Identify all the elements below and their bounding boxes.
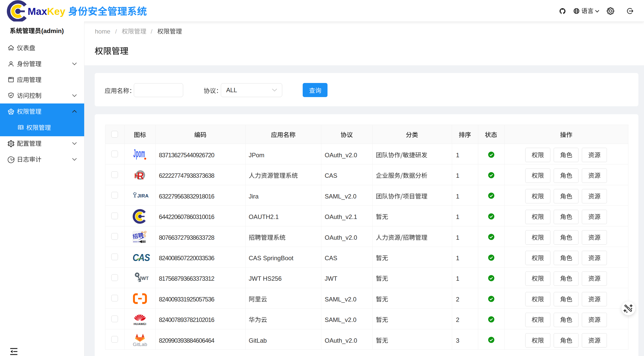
svg-text:JWT HS256: JWT HS256 [249, 275, 282, 282]
svg-text:824007893782102016: 824007893782102016 [159, 316, 214, 323]
svg-text:837136275440926720: 837136275440926720 [159, 152, 214, 159]
svg-text:CAS SpringBoot: CAS SpringBoot [249, 255, 293, 261]
svg-text:GitLab: GitLab [249, 337, 267, 344]
svg-text:1: 1 [456, 193, 459, 200]
svg-text:OAuth_v2.0: OAuth_v2.0 [325, 337, 357, 344]
svg-text:644220607860310016: 644220607860310016 [159, 213, 214, 220]
svg-text:CAS: CAS [325, 255, 337, 261]
svg-text:CAS: CAS [133, 252, 150, 263]
svg-text:Jira: Jira [249, 193, 259, 200]
svg-text:/: / [151, 28, 152, 35]
svg-text:807663727938633728: 807663727938633728 [159, 234, 214, 241]
svg-text:1: 1 [456, 172, 459, 179]
svg-text:1: 1 [456, 234, 459, 241]
svg-text:OAuth_v2.0: OAuth_v2.0 [325, 152, 357, 159]
svg-text:2: 2 [456, 296, 459, 303]
svg-text:SAML_v2.0: SAML_v2.0 [325, 296, 356, 303]
svg-text:817568793663373312: 817568793663373312 [159, 275, 214, 282]
svg-text:SAML_v2.0: SAML_v2.0 [325, 193, 356, 200]
svg-text:622227747938373638: 622227747938373638 [159, 172, 214, 179]
svg-text:1: 1 [456, 255, 459, 261]
svg-text:OAuth_v2.1: OAuth_v2.1 [325, 213, 357, 220]
svg-text:824008507220033536: 824008507220033536 [159, 255, 214, 261]
svg-text:MaxKey: MaxKey [28, 6, 66, 17]
svg-text:824009331925057536: 824009331925057536 [159, 296, 214, 303]
svg-text:Jpom: Jpom [133, 147, 145, 160]
svg-text:R: R [137, 170, 144, 181]
svg-text:JWT: JWT [139, 276, 149, 281]
svg-text:(admin): (admin) [41, 27, 64, 34]
svg-text:2: 2 [456, 316, 459, 323]
svg-text:1: 1 [456, 152, 459, 159]
svg-text:JIRA: JIRA [137, 193, 149, 198]
svg-text:GitLab: GitLab [133, 342, 147, 347]
svg-text:3: 3 [456, 337, 459, 344]
svg-text:HUAWEI: HUAWEI [134, 322, 146, 325]
svg-text:home: home [95, 28, 110, 35]
svg-text:632279563832918016: 632279563832918016 [159, 193, 214, 200]
svg-text:SAML_v2.0: SAML_v2.0 [325, 316, 356, 323]
svg-text:CAS: CAS [325, 172, 337, 179]
svg-text:OAuth_v2.0: OAuth_v2.0 [325, 234, 357, 241]
svg-text:/: / [115, 28, 117, 35]
svg-text:1: 1 [456, 275, 459, 282]
svg-text:JPom: JPom [249, 152, 264, 159]
svg-text:JWT: JWT [325, 275, 337, 282]
svg-text:1: 1 [456, 213, 459, 220]
svg-text:ALL: ALL [226, 87, 237, 93]
svg-text:OAUTH2.1: OAUTH2.1 [249, 213, 279, 220]
svg-text:820990393884606464: 820990393884606464 [159, 337, 214, 344]
